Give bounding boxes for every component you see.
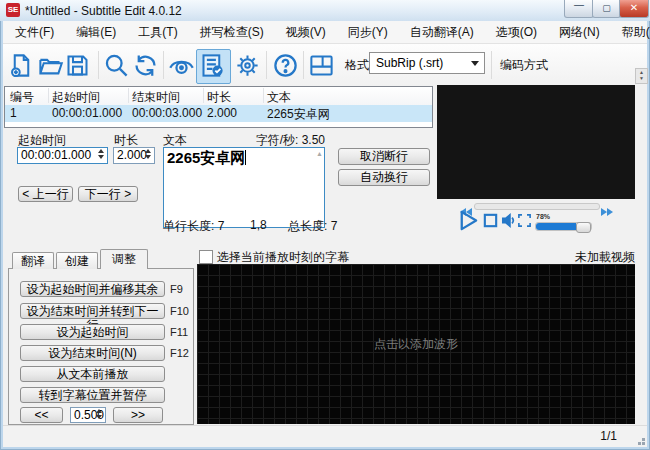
menu-file[interactable]: 文件(F)	[15, 24, 54, 41]
cell-text: 2265安卓网	[267, 106, 330, 123]
nudge-back-button[interactable]: <<	[20, 407, 63, 423]
save-icon	[64, 65, 91, 82]
fullscreen-button[interactable]	[517, 213, 532, 228]
tab-create[interactable]: 创建	[56, 252, 98, 269]
cell-duration: 2.000	[207, 106, 237, 120]
find-button[interactable]	[103, 52, 130, 79]
maximize-button[interactable]: ▢	[592, 0, 621, 18]
help-icon	[272, 65, 299, 82]
help-button[interactable]	[272, 52, 299, 79]
app-icon: SE	[6, 3, 20, 17]
spinner-arrows-icon[interactable]	[96, 149, 105, 159]
play-button[interactable]	[456, 209, 479, 232]
next-line-button[interactable]: 下一行 >	[78, 186, 138, 202]
menu-edit[interactable]: 编辑(E)	[76, 24, 116, 41]
replace-button[interactable]	[132, 52, 159, 79]
spinner-arrows-icon[interactable]	[143, 149, 152, 159]
col-number-header[interactable]: 编号	[10, 89, 34, 106]
minimize-button[interactable]: —	[564, 0, 594, 18]
subtitle-text-input[interactable]: 2265安卓网 ▲ ▼	[163, 147, 325, 228]
set-end-goto-next-button[interactable]: 设为结束时间并转到下一行	[20, 303, 165, 319]
stop-button[interactable]	[482, 212, 499, 229]
select-current-subtitle-checkbox[interactable]	[199, 250, 213, 264]
col-text-header[interactable]: 文本	[267, 89, 291, 106]
volume-percent: 78%	[536, 213, 550, 220]
speaker-icon	[500, 212, 517, 229]
waveform-panel[interactable]: 点击以添加波形	[197, 264, 635, 424]
step-spinner[interactable]: 0.500	[70, 407, 106, 423]
toolbar-separator	[303, 51, 304, 79]
fullscreen-icon	[517, 213, 532, 228]
scroll-up-icon[interactable]: ▲	[316, 150, 323, 157]
app-window: SE *Untitled - Subtitle Edit 4.0.12 — ▢ …	[0, 0, 650, 450]
status-bar: 1/1	[3, 425, 647, 447]
open-folder-icon	[37, 65, 64, 82]
menu-video[interactable]: 视频(V)	[286, 24, 326, 41]
f12-shortcut: F12	[170, 347, 189, 359]
nudge-forward-button[interactable]: >>	[113, 407, 163, 423]
close-button[interactable]: ✕	[619, 0, 649, 18]
start-time-value: 00:00:01.000	[21, 148, 91, 162]
close-icon: ✕	[630, 2, 638, 13]
menu-network[interactable]: 网络(N)	[559, 24, 600, 41]
save-button[interactable]	[64, 52, 91, 79]
toolbar-separator	[491, 51, 492, 79]
col-duration-header[interactable]: 时长	[207, 89, 231, 106]
volume-thumb[interactable]	[576, 222, 591, 233]
volume-slider[interactable]	[535, 222, 592, 231]
cell-end: 00:00:03.000	[132, 106, 202, 120]
stop-icon	[482, 212, 499, 229]
table-row[interactable]: 1 00:00:01.000 00:00:03.000 2.000 2265安卓…	[5, 105, 432, 122]
seek-forward-icon[interactable]	[601, 202, 613, 220]
spell-check-icon	[199, 65, 226, 82]
menu-spellcheck[interactable]: 拼写检查(S)	[200, 24, 264, 41]
layout-button[interactable]	[308, 52, 335, 79]
single-line-length: 单行长度: 7	[163, 218, 224, 235]
format-select[interactable]: SubRip (.srt)	[369, 52, 485, 74]
f11-shortcut: F11	[170, 326, 188, 338]
resize-grip[interactable]	[642, 442, 645, 445]
new-file-button[interactable]	[8, 52, 35, 79]
spinner-arrows-icon[interactable]	[94, 409, 103, 419]
autowrap-button[interactable]: 自动换行	[338, 169, 430, 186]
menu-autotranslate[interactable]: 自动翻译(A)	[410, 24, 474, 41]
encoding-label: 编码方式	[500, 57, 548, 74]
menu-options[interactable]: 选项(O)	[496, 24, 537, 41]
f10-shortcut: F10	[170, 305, 189, 317]
volume-fill	[536, 223, 576, 230]
waveform-hint: 点击以添加波形	[197, 336, 635, 353]
window-title: *Untitled - Subtitle Edit 4.0.12	[25, 4, 182, 18]
menu-sync[interactable]: 同步(Y)	[348, 24, 388, 41]
open-file-button[interactable]	[37, 52, 64, 79]
tab-adjust[interactable]: 调整	[100, 249, 148, 269]
play-before-text-button[interactable]: 从文本前播放	[20, 366, 165, 382]
format-label: 格式	[345, 57, 369, 74]
set-start-offset-rest-button[interactable]: 设为起始时间并偏移其余	[20, 281, 165, 297]
menu-tools[interactable]: 工具(T)	[138, 24, 177, 41]
menu-help[interactable]: 帮助(H)	[622, 24, 650, 41]
toolbar-separator	[266, 51, 267, 79]
title-bar[interactable]: SE *Untitled - Subtitle Edit 4.0.12	[0, 0, 650, 21]
start-time-spinner[interactable]: 00:00:01.000	[17, 147, 108, 164]
spell-check-button[interactable]	[199, 52, 226, 79]
cell-number: 1	[10, 106, 17, 120]
col-end-header[interactable]: 结束时间	[132, 89, 180, 106]
settings-button[interactable]	[234, 52, 261, 79]
set-end-time-button[interactable]: 设为结束时间(N)	[20, 345, 165, 361]
video-display[interactable]	[437, 85, 635, 199]
video-seek-bar[interactable]	[474, 203, 600, 210]
tab-translate[interactable]: 翻译	[12, 252, 54, 269]
col-start-header[interactable]: 起始时间	[52, 89, 100, 106]
goto-subtitle-pause-button[interactable]: 转到字幕位置并暂停	[20, 387, 165, 403]
prev-line-button[interactable]: < 上一行	[18, 186, 73, 202]
cursor-position: 1,8	[250, 218, 267, 232]
mute-button[interactable]	[500, 212, 517, 229]
toolbar-overflow-scrollbar[interactable]: ▲▼	[635, 68, 648, 84]
toolbar-separator	[163, 51, 164, 79]
page-indicator: 1/1	[600, 429, 617, 443]
visual-sync-button[interactable]	[168, 52, 195, 79]
set-start-time-button[interactable]: 设为起始时间	[20, 324, 165, 340]
unbreak-button[interactable]: 取消断行	[338, 148, 430, 165]
duration-spinner[interactable]: 2.000	[113, 147, 155, 164]
chevron-down-icon	[471, 61, 479, 66]
